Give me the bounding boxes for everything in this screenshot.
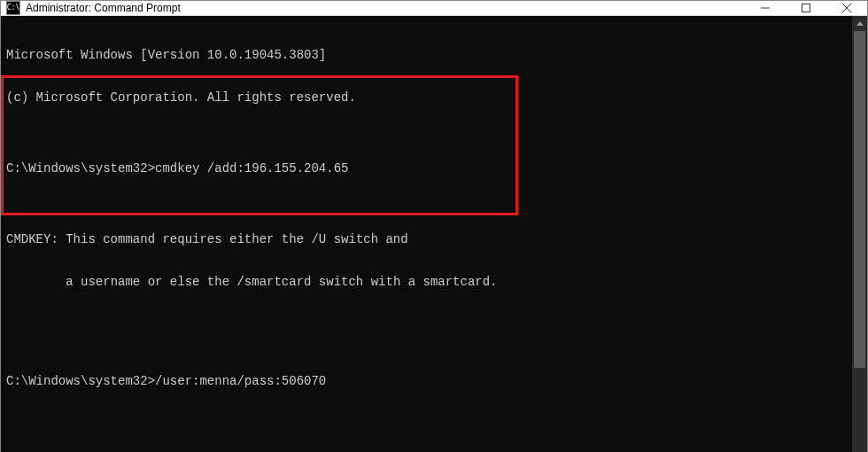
command-prompt-window: C:\ Administrator: Command Prompt Micros…	[0, 0, 868, 452]
scroll-up-icon[interactable]	[852, 16, 867, 31]
minimize-button[interactable]	[745, 1, 786, 15]
console-line: Microsoft Windows [Version 10.0.19045.38…	[6, 48, 847, 62]
titlebar[interactable]: C:\ Administrator: Command Prompt	[1, 1, 867, 16]
cmd-icon-text: C:\	[7, 4, 19, 12]
console-line: (c) Microsoft Corporation. All rights re…	[6, 90, 847, 105]
console-line: C:\Windows\system32>/user:menna/pass:506…	[6, 374, 847, 388]
scroll-track[interactable]	[852, 31, 867, 452]
maximize-button[interactable]	[786, 1, 826, 15]
vertical-scrollbar[interactable]	[852, 16, 867, 452]
console-area: Microsoft Windows [Version 10.0.19045.38…	[1, 16, 867, 452]
cmd-icon: C:\	[6, 1, 20, 15]
scroll-thumb[interactable]	[854, 31, 865, 368]
svg-line-2	[842, 4, 851, 12]
close-button[interactable]	[826, 1, 867, 15]
window-controls	[745, 1, 867, 15]
console-content[interactable]: Microsoft Windows [Version 10.0.19045.38…	[1, 16, 852, 452]
console-line: CMDKEY: This command requires either the…	[6, 232, 847, 246]
svg-line-3	[842, 4, 851, 12]
svg-marker-4	[856, 21, 864, 26]
svg-rect-1	[802, 4, 810, 12]
console-line: a username or else the /smartcard switch…	[6, 275, 847, 289]
console-line: C:\Windows\system32>cmdkey /add:196.155.…	[6, 161, 847, 175]
window-title: Administrator: Command Prompt	[26, 2, 745, 14]
